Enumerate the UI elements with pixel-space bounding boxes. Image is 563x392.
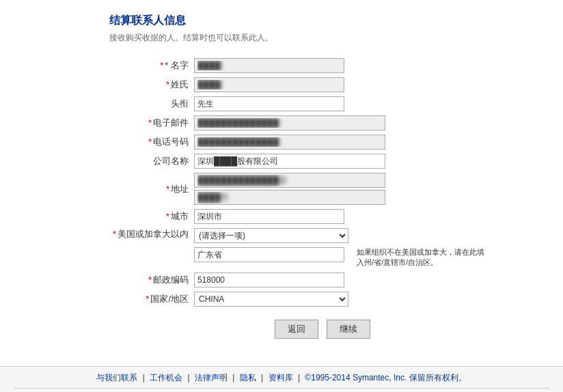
name-input[interactable] <box>194 58 344 73</box>
footer-link-privacy[interactable]: 隐私 <box>240 373 256 382</box>
address-inputs <box>194 173 533 205</box>
address-input-cell <box>191 171 536 207</box>
footer: 与我们联系 | 工作机会 | 法律声明 | 隐私 | 资料库 | ©1995-2… <box>0 366 563 392</box>
state-hint: 如果组织不在美国或加拿大，请在此填入州/省/直辖市/自治区。 <box>351 247 488 268</box>
email-label: *电子邮件 <box>109 113 191 132</box>
lastname-input-cell <box>191 75 536 94</box>
lastname-label: *姓氏 <box>109 75 191 94</box>
footer-link-resources[interactable]: 资料库 <box>269 373 293 382</box>
footer-link-jobs[interactable]: 工作机会 <box>150 373 182 382</box>
company-label: 公司名称 <box>109 152 191 171</box>
city-label: *城市 <box>109 207 191 226</box>
state-row: 如果组织不在美国或加拿大，请在此填入州/省/直辖市/自治区。 <box>109 245 536 270</box>
phone-row: *电话号码 <box>109 132 536 152</box>
phone-input[interactable] <box>194 135 385 150</box>
zip-input-cell <box>191 270 536 290</box>
company-input[interactable] <box>194 154 385 169</box>
state-label-empty <box>109 245 191 270</box>
country-input-cell: CHINA <box>191 290 536 309</box>
state-input[interactable] <box>194 247 344 262</box>
city-input-cell <box>191 207 536 226</box>
us-ca-select[interactable]: (请选择一项) <box>194 228 348 243</box>
email-input[interactable] <box>194 115 385 130</box>
billing-form: ** 名字 *姓氏 头衔 <box>109 56 536 309</box>
address2-input[interactable] <box>194 190 385 205</box>
country-row: *国家/地区 CHINA <box>109 290 536 309</box>
zip-label: *邮政编码 <box>109 270 191 290</box>
footer-link-contact[interactable]: 与我们联系 <box>96 373 137 382</box>
address-row: *地址 <box>109 171 536 207</box>
country-label: *国家/地区 <box>109 290 191 309</box>
name-label: ** 名字 <box>109 56 191 75</box>
state-input-cell: 如果组织不在美国或加拿大，请在此填入州/省/直辖市/自治区。 <box>191 245 536 270</box>
page-wrapper: 结算联系人信息 接收购买收据的人。结算时也可以联系此人。 ** 名字 *姓氏 <box>0 0 563 392</box>
city-input[interactable] <box>194 209 344 224</box>
back-button[interactable]: 返回 <box>275 320 318 339</box>
us-ca-label: *美国或加拿大以内 <box>109 226 191 245</box>
required-star2: * <box>166 79 169 89</box>
name-row: ** 名字 <box>109 56 536 75</box>
footer-links: 与我们联系 | 工作机会 | 法律声明 | 隐私 | 资料库 | ©1995-2… <box>14 372 549 389</box>
button-row: 返回 继续 <box>109 320 536 339</box>
us-ca-input-cell: (请选择一项) <box>191 226 536 245</box>
title-label: 头衔 <box>109 94 191 113</box>
continue-button[interactable]: 继续 <box>327 320 370 339</box>
zip-input[interactable] <box>194 272 344 288</box>
company-input-cell <box>191 152 536 171</box>
main-content: 结算联系人信息 接收购买收据的人。结算时也可以联系此人。 ** 名字 *姓氏 <box>0 0 563 366</box>
name-input-cell <box>191 56 536 75</box>
address1-input[interactable] <box>194 173 385 188</box>
lastname-input[interactable] <box>194 77 344 92</box>
section-title: 结算联系人信息 <box>109 14 536 28</box>
us-ca-row: *美国或加拿大以内 (请选择一项) <box>109 226 536 245</box>
city-row: *城市 <box>109 207 536 226</box>
email-input-cell <box>191 113 536 132</box>
lastname-row: *姓氏 <box>109 75 536 94</box>
zip-row: *邮政编码 <box>109 270 536 290</box>
title-input[interactable] <box>194 96 344 111</box>
email-row: *电子邮件 <box>109 113 536 132</box>
title-input-cell <box>191 94 536 113</box>
title-row: 头衔 <box>109 94 536 113</box>
company-row: 公司名称 <box>109 152 536 171</box>
address-label: *地址 <box>109 171 191 207</box>
footer-copyright: ©1995-2014 Symantec, Inc. 保留所有权利。 <box>305 373 466 382</box>
required-star: * <box>160 60 163 70</box>
phone-label: *电话号码 <box>109 132 191 152</box>
section-subtitle: 接收购买收据的人。结算时也可以联系此人。 <box>109 32 536 44</box>
phone-input-cell <box>191 132 536 152</box>
footer-link-legal[interactable]: 法律声明 <box>195 373 228 382</box>
country-select[interactable]: CHINA <box>194 292 348 307</box>
